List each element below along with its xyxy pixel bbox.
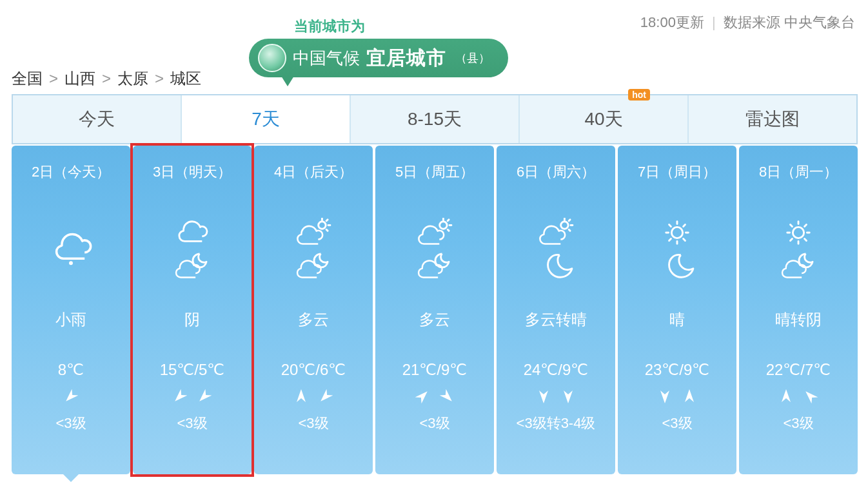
forecast-condition: 多云 [419,309,450,330]
wind-arrows [64,388,78,409]
chevron-icon: > [102,70,111,88]
forecast-date: 4日（后天） [274,162,353,182]
cloudy-night-icon [780,251,816,281]
breadcrumb-item-1[interactable]: 山西 [64,68,95,89]
wind-arrow-n-icon [682,388,696,405]
breadcrumb: 全国 > 山西 > 太原 > 城区 [12,68,201,89]
city-badge-pill[interactable]: 中国气候 宜居城市 （县） [249,39,508,77]
globe-icon [258,44,286,72]
breadcrumb-item-3[interactable]: 城区 [170,68,201,89]
wind-arrows [779,388,818,409]
chevron-icon: > [49,70,58,88]
tab-1[interactable]: 7天 [182,95,351,143]
forecast-condition: 多云转晴 [525,309,587,330]
city-badge-caption: 当前城市为 [294,17,508,36]
chevron-icon: > [155,70,164,88]
cloudy-night-icon [174,251,210,281]
wind-arrows [537,388,575,409]
wind-arrows [294,388,333,409]
forecast-card-3[interactable]: 5日（周五） 多云 21℃/9℃ <3级 [375,146,494,474]
wind-arrows [658,388,696,409]
cloudy-night-icon [417,251,453,281]
forecast-card-1[interactable]: 3日（明天） 阴 15℃/5℃ <3级 [133,146,252,474]
overcast-icon [174,218,210,247]
wind-arrow-ne-icon [415,388,429,405]
forecast-wind: <3级 [55,414,86,433]
cloudy-day-icon [417,218,453,247]
forecast-temp: 21℃/9℃ [402,361,468,379]
wind-arrow-s-icon [537,388,551,405]
sunny-icon [659,218,695,247]
forecast-condition: 小雨 [55,309,86,330]
wind-arrow-sw-icon [173,388,187,405]
wind-arrow-sw-icon [319,388,333,405]
forecast-card-5[interactable]: 7日（周日） 晴 23℃/9℃ <3级 [618,146,736,474]
forecast-condition: 阴 [184,309,200,330]
tab-0[interactable]: 今天 [13,95,182,143]
forecast-wind: <3级转3-4级 [517,414,596,433]
forecast-temp: 22℃/7℃ [766,361,831,379]
update-source-bar: 18:00更新 | 数据来源 中央气象台 [640,13,855,32]
wind-arrows [173,388,212,409]
forecast-date: 5日（周五） [395,162,474,182]
forecast-wind: <3级 [298,414,328,433]
forecast-temp: 15℃/5℃ [160,361,225,379]
separator: | [712,14,716,30]
tab-4[interactable]: 雷达图 [689,95,856,143]
forecast-card-2[interactable]: 4日（后天） 多云 20℃/6℃ <3级 [254,146,373,474]
wind-arrow-sw-icon [197,388,212,405]
wind-arrow-s-icon [658,388,672,405]
forecast-temp: 8℃ [58,361,84,379]
wind-arrows [415,388,454,409]
tab-3[interactable]: 40天hot [520,95,689,143]
cloudy-night-icon [295,251,331,281]
city-badge-suffix: （县） [455,50,490,66]
city-badge-prefix: 中国气候 [293,47,360,70]
forecast-date: 2日（今天） [32,162,110,182]
forecast-date: 6日（周六） [517,162,595,182]
forecast-condition: 晴转阴 [775,309,822,330]
forecast-condition: 多云 [298,309,329,330]
rain-light-icon [50,230,92,269]
cloudy-day-icon [295,218,331,247]
forecast-wind: <3级 [419,414,449,433]
forecast-date: 7日（周日） [638,162,716,182]
forecast-temp: 24℃/9℃ [524,361,589,379]
forecast-date: 8日（周一） [759,162,838,182]
wind-arrow-sw-icon [64,388,78,405]
wind-arrow-se-icon [440,388,454,405]
data-source: 数据来源 中央气象台 [724,14,855,30]
forecast-card-4[interactable]: 6日（周六） 多云转晴 24℃/9℃ <3级转3-4级 [497,146,615,474]
forecast-wind: <3级 [783,414,813,433]
forecast-condition: 晴 [669,309,685,330]
hot-badge: hot [628,89,650,101]
forecast-date: 3日（明天） [153,162,232,182]
city-badge-strong: 宜居城市 [366,45,446,72]
tab-2[interactable]: 8-15天 [351,95,520,143]
forecast-row: 2日（今天） 小雨 8℃ <3级 3日（明天） 阴 15℃/5℃ <3级 4日（… [12,146,858,474]
forecast-temp: 23℃/9℃ [645,361,710,379]
forecast-card-0[interactable]: 2日（今天） 小雨 8℃ <3级 [12,146,130,474]
forecast-card-6[interactable]: 8日（周一） 晴转阴 22℃/7℃ <3级 [739,146,858,474]
cloudy-day-icon [538,218,574,247]
city-badge: 当前城市为 中国气候 宜居城市 （县） [249,17,508,77]
wind-arrow-nw-icon [804,388,818,405]
sunny-icon [780,218,816,247]
breadcrumb-item-0[interactable]: 全国 [12,68,43,89]
clear-night-icon [659,251,695,281]
forecast-wind: <3级 [662,414,692,433]
clear-night-icon [538,251,574,281]
forecast-tabs: 今天7天8-15天40天hot雷达图 [12,94,858,144]
forecast-temp: 20℃/6℃ [281,361,346,379]
forecast-wind: <3级 [177,414,207,433]
breadcrumb-item-2[interactable]: 太原 [117,68,148,89]
wind-arrow-n-icon [779,388,793,405]
update-time: 18:00更新 [640,14,704,30]
wind-arrow-s-icon [561,388,575,405]
wind-arrow-n-icon [294,388,308,405]
